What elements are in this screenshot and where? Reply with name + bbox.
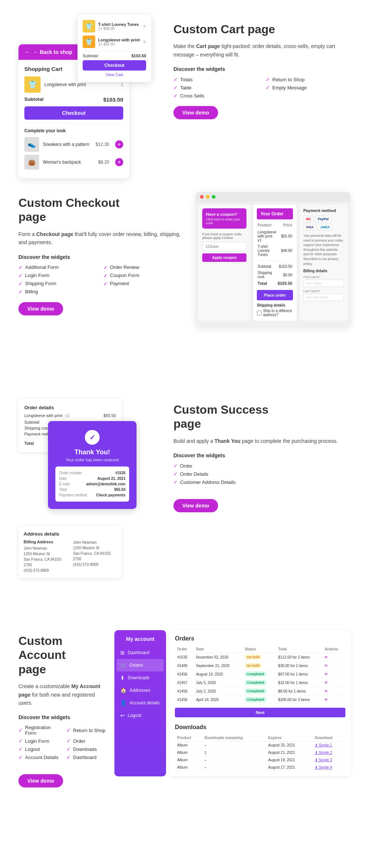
checkout-payment-col: Payment method MC PayPal VISA AMEX Your …: [300, 205, 348, 321]
cart-section-title: Custom Cart page: [173, 22, 351, 36]
mini-cart-checkout-btn[interactable]: Checkout: [83, 60, 146, 71]
view-order-icon[interactable]: 👁: [324, 672, 328, 676]
thank-you-date-row: Date August 21, 2021: [59, 476, 125, 481]
address-cols: Billing Address John Newman 1250 Mission…: [24, 540, 117, 573]
check-icon: ✓: [18, 746, 23, 752]
dl-col-remaining: Downloads remaining: [202, 734, 266, 742]
view-order-icon[interactable]: 👁: [324, 655, 328, 659]
mini-cart-item1-detail: 1× $48.00: [98, 27, 139, 31]
coupon-apply-btn[interactable]: Apply coupon: [202, 253, 246, 262]
widget-account-details: ✓Account Details: [18, 754, 59, 760]
order-date: July 5, 2020: [194, 679, 242, 687]
account-sidebar-title: My account: [114, 636, 166, 646]
order-actions: 👁: [322, 653, 345, 662]
check-icon: ✓: [103, 273, 108, 278]
cart-upsells: Complete your look 👟 Sneakers with a pat…: [24, 123, 123, 170]
order-subtotal-label: Subtotal: [258, 264, 277, 269]
thank-you-subtitle: Your order has been recieved: [55, 458, 129, 462]
mastercard-card: MC: [303, 216, 314, 222]
mini-cart-item1-close[interactable]: ×: [143, 23, 146, 29]
cart-view-demo-btn[interactable]: View demo: [173, 106, 218, 119]
account-widgets-grid: ✓Registration Form ✓Return to Shop ✓Logi…: [18, 725, 107, 760]
upsell1-add-btn[interactable]: +: [115, 140, 123, 148]
view-order-icon[interactable]: 👁: [324, 689, 328, 693]
cart-checkout-btn[interactable]: Checkout: [24, 106, 123, 120]
cart-discover-title: Discover the widgets: [173, 66, 351, 72]
mini-view-cart-link[interactable]: View Cart: [83, 72, 146, 77]
sidebar-item-addresses[interactable]: 🏠 Addresses: [114, 684, 166, 697]
orders-icon: 🛒: [120, 662, 127, 668]
success-view-demo-btn[interactable]: View demo: [173, 499, 218, 512]
order-subtotal-val: $103.50: [277, 264, 292, 269]
cart-mockup: 👕 T-shirt Looney Tunes 1× $48.00 × 👕 Lon…: [18, 15, 159, 140]
mini-cart-item2-close[interactable]: ×: [143, 39, 146, 45]
coupon-input[interactable]: [202, 242, 246, 251]
sidebar-item-dashboard[interactable]: ⊞ Dashboard: [114, 646, 166, 659]
dl-download[interactable]: ⬇ Single 3: [313, 756, 345, 764]
check-icon: ✓: [18, 754, 23, 760]
list-item: Album – August 17, 2021 ⬇ Single 4: [175, 764, 345, 771]
order-item2-price: $48.00: [277, 244, 292, 257]
dl-remaining: –: [202, 764, 266, 771]
order-date: November 02, 2020: [194, 653, 242, 662]
mini-cart-item1-name: T-shirt Looney Tunes: [98, 22, 139, 27]
widget-order-review: ✓Order Review: [103, 264, 181, 270]
sidebar-item-logout[interactable]: ↩ Logout: [114, 709, 166, 722]
account-view-demo-btn[interactable]: View demo: [18, 774, 63, 787]
widget-empty-message: ✓Empty Message: [266, 85, 351, 90]
order-total: $97.00 for 1 items: [276, 670, 323, 679]
order-total-label: Total: [258, 280, 277, 286]
check-icon: ✓: [173, 463, 178, 469]
widget-login-form: ✓Login Form: [18, 273, 96, 278]
shipping-address-col: John Newman 1250 Mission St San Francs, …: [73, 540, 117, 573]
widget-payment: ✓Payment: [103, 281, 181, 287]
sidebar-item-account-details[interactable]: 👤 Account details: [114, 697, 166, 709]
orders-col-date: Date: [194, 646, 242, 653]
billing-last-input[interactable]: Your last name: [303, 294, 344, 301]
sidebar-item-orders[interactable]: 🛒 Orders: [117, 659, 164, 671]
account-discover-title: Discover the widgets: [18, 714, 107, 720]
upsell2-add-btn[interactable]: +: [115, 158, 123, 166]
back-to-shop-label[interactable]: ← Back to shop: [33, 49, 72, 55]
checkout-view-demo-btn[interactable]: View demo: [18, 302, 63, 315]
checkout-section-text: Custom Checkout page Form a Checkout pag…: [18, 192, 181, 315]
address-title: Address details: [24, 531, 117, 537]
table-row: #1535 November 02, 2020 On hold $112.00 …: [175, 653, 345, 662]
order-date: April 19, 2020: [194, 696, 242, 704]
mini-cart-item2-img: 👕: [83, 35, 95, 48]
place-order-btn[interactable]: Place order: [257, 290, 293, 300]
mini-cart-item-2: 👕 Longsleeve with print 1× $55.50 ×: [83, 35, 146, 48]
view-order-icon[interactable]: 👁: [324, 681, 328, 685]
billing-first-label: First name*: [303, 275, 344, 279]
widget-order-acc: ✓Order: [66, 738, 107, 744]
widget-totals: ✓Totals: [173, 76, 258, 82]
check-icon: ✓: [266, 85, 270, 90]
cart-item-qty: 1: [121, 82, 123, 87]
dl-download[interactable]: ⬇ Single 2: [313, 749, 345, 756]
mini-cart-item1-info: T-shirt Looney Tunes 1× $48.00: [98, 22, 139, 31]
payment-methods: MC PayPal VISA AMEX: [303, 216, 344, 230]
view-order-icon[interactable]: 👁: [324, 698, 328, 702]
checkout-widgets-grid: ✓Additional Form ✓Order Review ✓Login Fo…: [18, 264, 181, 295]
success-section-text: Custom Success page Build and apply a Th…: [173, 399, 351, 512]
view-order-icon[interactable]: 👁: [324, 664, 328, 668]
billing-addr-street: 1250 Mission St: [24, 551, 67, 557]
widget-login: ✓Login Form: [18, 738, 59, 744]
order-status: Completed: [242, 679, 276, 687]
dl-download[interactable]: ⬇ Single 4: [313, 764, 345, 771]
shipping-diff-checkbox[interactable]: [257, 311, 262, 315]
order-col-price: Price: [277, 223, 292, 229]
cart-item-img: 👕: [24, 76, 41, 93]
order-subtotal-row: [258, 258, 292, 263]
order-item-2: T-shirt Looney Tunes $48.00: [258, 244, 292, 257]
shipping-details: Shipping details Ship to a different add…: [257, 303, 293, 317]
widget-dashboard: ✓Dashboard: [66, 754, 107, 760]
cart-subtotal-row: Subtotal $103.50: [24, 96, 123, 103]
order-total: $112.00 for 2 items: [276, 653, 323, 662]
logout-icon: ↩: [120, 712, 125, 718]
orders-next-btn[interactable]: Next: [175, 708, 345, 717]
sidebar-item-downloads[interactable]: ⬇ Downloads: [114, 671, 166, 684]
success-address-section: Address details Billing Address John New…: [18, 526, 122, 578]
billing-first-input[interactable]: Your name: [303, 280, 344, 287]
dl-download[interactable]: ⬇ Single 1: [313, 742, 345, 749]
